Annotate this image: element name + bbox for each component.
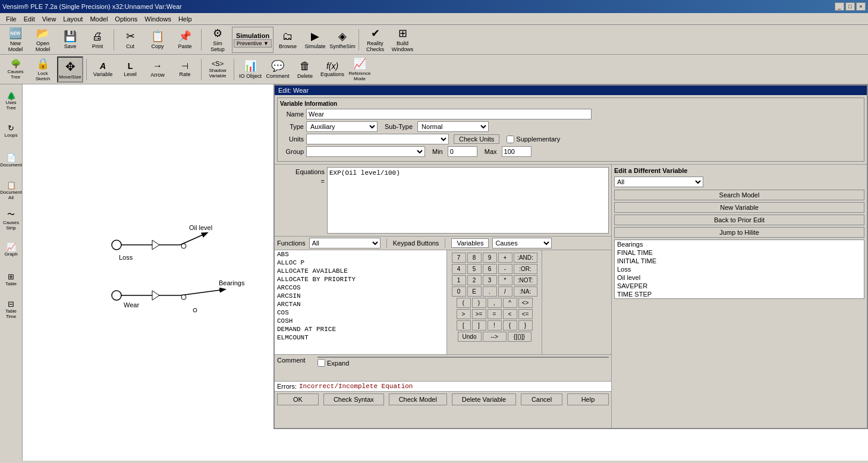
list-item[interactable]: SAVEPER: [615, 282, 864, 290]
simulation-button[interactable]: SimulationPreventive ▼: [232, 27, 273, 53]
keypad-divide[interactable]: /: [498, 286, 512, 297]
keypad-comma[interactable]: ,: [488, 298, 502, 308]
keypad-arrow[interactable]: -->: [483, 332, 507, 342]
keypad-3[interactable]: 3: [483, 275, 497, 285]
functions-list[interactable]: ABS ALLOC P ALLOCATE AVAILABLE ALLOCATE …: [275, 250, 446, 354]
keypad-8[interactable]: 8: [467, 253, 482, 263]
check-units-button[interactable]: Check Units: [454, 134, 499, 144]
build-windows-button[interactable]: ⊞ Build Windows: [389, 27, 416, 53]
arrow-button[interactable]: → Arrow: [144, 56, 171, 83]
close-button[interactable]: ×: [856, 2, 866, 11]
list-item[interactable]: ABS: [275, 250, 446, 259]
keypad-minus[interactable]: -: [498, 264, 512, 274]
menu-view[interactable]: View: [39, 14, 60, 24]
min-input[interactable]: [448, 146, 477, 157]
keypad-gte[interactable]: >=: [472, 309, 486, 319]
keypad-0[interactable]: 0: [452, 286, 466, 297]
variable-listbox[interactable]: Bearings FINAL TIME INITIAL TIME Loss Oi…: [614, 240, 864, 299]
keypad-lt[interactable]: <: [503, 309, 517, 319]
window-controls[interactable]: _ □ ×: [835, 2, 866, 11]
keypad-complex[interactable]: {[()]}: [508, 332, 532, 342]
list-item[interactable]: ALLOCATE BY PRIORITY: [275, 275, 446, 284]
back-prior-edit-button[interactable]: Back to Prior Edit: [614, 215, 864, 225]
open-model-button[interactable]: 📂 Open Model: [30, 27, 56, 53]
subtype-select[interactable]: Normal Shadow Data: [417, 121, 489, 132]
menu-model[interactable]: Model: [86, 14, 111, 24]
shadow-variable-button[interactable]: <S> ShadowVariable: [205, 56, 231, 83]
name-input[interactable]: [306, 109, 592, 119]
keypad-7[interactable]: 7: [452, 253, 466, 263]
keypad-eq[interactable]: =: [488, 309, 502, 319]
sim-setup-button[interactable]: ⚙ Sim Setup: [205, 27, 231, 53]
keypad-not[interactable]: :NOT:: [514, 275, 537, 285]
sidebar-item-document-all[interactable]: 📋 Document All: [1, 176, 21, 204]
search-model-button[interactable]: Search Model: [614, 190, 864, 200]
keypad-lbrace[interactable]: {: [503, 320, 517, 330]
ok-button[interactable]: OK: [277, 393, 319, 405]
keypad-neq[interactable]: <>: [518, 298, 533, 308]
keypad-and[interactable]: :AND:: [514, 253, 537, 263]
variables-tab[interactable]: Variables: [451, 238, 489, 248]
menu-file[interactable]: File: [2, 14, 20, 24]
reference-mode-button[interactable]: 📈 ReferenceMode: [347, 56, 373, 83]
save-button[interactable]: 💾 Save: [57, 27, 83, 53]
sidebar-item-uses-tree[interactable]: 🌲 Uses Tree: [1, 87, 21, 115]
menu-help[interactable]: Help: [175, 14, 196, 24]
max-input[interactable]: [502, 146, 532, 157]
list-item[interactable]: FINAL TIME: [615, 248, 864, 257]
jump-hilite-button[interactable]: Jump to Hilite: [614, 227, 864, 238]
keypad-lparen[interactable]: (: [457, 298, 471, 308]
list-item[interactable]: Oil level: [615, 273, 864, 282]
sidebar-item-graph[interactable]: 📈 Graph: [1, 235, 21, 264]
check-model-button[interactable]: Check Model: [389, 393, 447, 405]
check-syntax-button[interactable]: Check Syntax: [323, 393, 384, 405]
units-select[interactable]: [306, 134, 449, 144]
keypad-exclaim[interactable]: !: [488, 320, 502, 330]
keypad-multiply[interactable]: *: [498, 275, 512, 285]
causes-select[interactable]: Causes: [492, 238, 552, 248]
keypad-e[interactable]: E: [467, 286, 482, 297]
keypad-dot[interactable]: .: [483, 286, 497, 297]
list-item[interactable]: ALLOC P: [275, 259, 446, 267]
equations-textarea[interactable]: EXP(Oil level/100): [327, 167, 609, 234]
list-item[interactable]: TIME STEP: [615, 290, 864, 298]
delete-variable-button[interactable]: Delete Variable: [452, 393, 516, 405]
supplementary-checkbox[interactable]: [507, 136, 514, 143]
keypad-undo[interactable]: Undo: [458, 332, 482, 342]
comment-button[interactable]: 💬 Comment: [265, 56, 291, 83]
move-size-button[interactable]: ✥ Move/Size: [57, 56, 83, 83]
list-item[interactable]: ARCTAN: [275, 300, 446, 308]
equations-button[interactable]: f(x) Equations: [319, 56, 345, 83]
keypad-rbracket[interactable]: ]: [472, 320, 486, 330]
cut-button[interactable]: ✂ Cut: [117, 27, 143, 53]
list-item[interactable]: ARCSIN: [275, 292, 446, 300]
browse-button[interactable]: 🗂 Browse: [275, 27, 301, 53]
list-item[interactable]: Bearings: [615, 240, 864, 248]
expand-checkbox[interactable]: [317, 359, 325, 367]
paste-button[interactable]: 📌 Paste: [172, 27, 198, 53]
keypad-2[interactable]: 2: [467, 275, 482, 285]
menu-layout[interactable]: Layout: [59, 14, 86, 24]
edit-different-filter-select[interactable]: All Auxiliaries Constants Levels Rates: [614, 177, 703, 187]
level-button[interactable]: L Level: [117, 56, 143, 83]
list-item[interactable]: INITIAL TIME: [615, 257, 864, 265]
copy-button[interactable]: 📋 Copy: [144, 27, 171, 53]
causes-tree-button[interactable]: 🌳 CausesTree: [2, 56, 29, 83]
functions-filter-select[interactable]: All Mathematical Statistical Delay: [309, 238, 380, 248]
sidebar-item-document[interactable]: 📄 Document: [1, 146, 21, 175]
sidebar-item-table-time[interactable]: ⊟ Table Time: [1, 295, 21, 323]
rate-button[interactable]: ⊣ Rate: [172, 56, 198, 83]
type-select[interactable]: Auxiliary Constant Level Rate: [306, 121, 378, 132]
keypad-1[interactable]: 1: [452, 275, 466, 285]
sidebar-item-table[interactable]: ⊞ Table: [1, 265, 21, 294]
lock-sketch-button[interactable]: 🔒 LockSketch: [30, 56, 56, 83]
maximize-button[interactable]: □: [845, 2, 855, 11]
keypad-lte[interactable]: <=: [518, 309, 533, 319]
keypad-6[interactable]: 6: [483, 264, 497, 274]
group-select[interactable]: [306, 146, 425, 157]
print-button[interactable]: 🖨 Print: [84, 27, 111, 53]
keypad-rbrace[interactable]: }: [518, 320, 533, 330]
list-item[interactable]: ALLOCATE AVAILABLE: [275, 267, 446, 275]
minimize-button[interactable]: _: [835, 2, 844, 11]
reality-checks-button[interactable]: ✔ Reality Checks: [362, 27, 388, 53]
